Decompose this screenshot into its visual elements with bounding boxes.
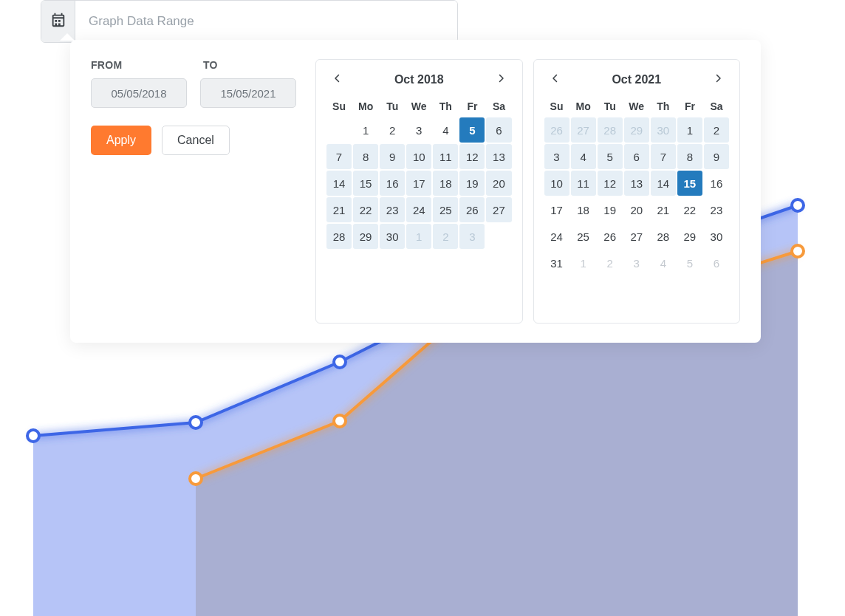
calendar-day[interactable]: 9	[380, 144, 405, 169]
svg-point-6	[190, 473, 202, 485]
calendar-dow: Th	[433, 97, 458, 116]
calendar-day[interactable]: 1	[677, 117, 702, 143]
arrow-right-icon	[711, 72, 725, 88]
calendar-day[interactable]: 31	[544, 250, 569, 276]
calendar-day[interactable]: 4	[651, 250, 676, 276]
apply-button[interactable]: Apply	[91, 126, 151, 155]
calendar-day[interactable]: 17	[406, 171, 431, 196]
calendar-day[interactable]: 5	[677, 250, 702, 276]
calendar-day[interactable]: 4	[571, 144, 596, 169]
calendar-day[interactable]: 9	[704, 144, 729, 169]
calendar-day[interactable]: 17	[544, 197, 569, 222]
calendar-day[interactable]: 24	[544, 224, 569, 249]
calendar-day[interactable]: 27	[624, 224, 649, 249]
date-range-panel: FROM TO 05/05/2018 15/05/2021 Apply Canc…	[70, 40, 761, 343]
calendar-day[interactable]: 21	[651, 197, 676, 222]
calendar-dow: Mo	[571, 97, 596, 116]
calendar-day[interactable]: 3	[624, 250, 649, 276]
calendar-day[interactable]: 19	[459, 171, 485, 196]
calendar-dow: Sa	[486, 97, 511, 116]
date-range-input-bar[interactable]	[41, 0, 458, 43]
calendar-day[interactable]: 2	[704, 117, 729, 143]
calendar-to: Oct 2021SuMoTuWeThFrSa262728293012345678…	[533, 59, 741, 324]
calendar-day[interactable]: 25	[571, 224, 596, 249]
calendar-day[interactable]: 13	[486, 144, 511, 169]
calendar-day[interactable]: 23	[380, 197, 405, 222]
calendar-day[interactable]: 26	[544, 117, 569, 143]
calendar-day[interactable]: 22	[677, 197, 702, 222]
calendar-day[interactable]: 10	[406, 144, 431, 169]
calendar-day[interactable]: 12	[598, 171, 623, 196]
calendar-day[interactable]: 2	[598, 250, 623, 276]
calendar-day[interactable]: 29	[624, 117, 649, 143]
calendar-day[interactable]: 4	[433, 117, 458, 143]
calendar-day[interactable]: 18	[571, 197, 596, 222]
calendar-day[interactable]: 1	[353, 117, 378, 143]
calendar-day[interactable]: 3	[459, 224, 485, 249]
calendar-day[interactable]: 27	[571, 117, 596, 143]
calendar-day[interactable]: 11	[571, 171, 596, 196]
calendar-day[interactable]: 28	[651, 224, 676, 249]
calendar-day[interactable]: 19	[598, 197, 623, 222]
from-date-field[interactable]: 05/05/2018	[91, 78, 187, 108]
calendar-day[interactable]: 2	[433, 224, 458, 249]
calendar-day[interactable]: 2	[380, 117, 405, 143]
calendar-day[interactable]: 5	[459, 117, 485, 143]
calendar-day[interactable]: 15	[353, 171, 378, 196]
calendar-day[interactable]: 29	[353, 224, 378, 249]
calendar-dow: Th	[651, 97, 676, 116]
calendar-day[interactable]: 30	[380, 224, 405, 249]
calendar-day[interactable]: 12	[459, 144, 485, 169]
calendar-day[interactable]: 5	[598, 144, 623, 169]
calendar-icon	[50, 12, 66, 31]
calendar-day[interactable]: 6	[486, 117, 511, 143]
calendar-day[interactable]: 26	[598, 224, 623, 249]
calendar-day[interactable]: 8	[353, 144, 378, 169]
calendar-day[interactable]: 1	[571, 250, 596, 276]
date-range-input[interactable]	[75, 1, 457, 42]
calendar-day[interactable]: 27	[486, 197, 511, 222]
calendar-day[interactable]: 13	[624, 171, 649, 196]
calendar-day[interactable]: 30	[651, 117, 676, 143]
calendar-day[interactable]: 7	[651, 144, 676, 169]
calendar-day[interactable]: 18	[433, 171, 458, 196]
calendar-day[interactable]: 15	[677, 171, 702, 196]
calendar-day[interactable]: 16	[380, 171, 405, 196]
to-label: TO	[203, 59, 298, 71]
calendar-day[interactable]: 10	[544, 171, 569, 196]
calendar-dow: Tu	[380, 97, 405, 116]
calendar-day[interactable]: 30	[704, 224, 729, 249]
calendar-dow: Sa	[704, 97, 729, 116]
calendar-next-button[interactable]	[491, 70, 510, 89]
calendar-day[interactable]: 25	[433, 197, 458, 222]
calendar-day[interactable]: 3	[544, 144, 569, 169]
calendar-day[interactable]: 26	[459, 197, 485, 222]
calendar-day[interactable]: 1	[406, 224, 431, 249]
calendar-day[interactable]: 7	[326, 144, 352, 169]
calendar-day[interactable]: 16	[704, 171, 729, 196]
calendar-from: Oct 2018SuMoTuWeThFrSa123456789101112131…	[315, 59, 523, 324]
calendar-day[interactable]: 29	[677, 224, 702, 249]
calendar-day[interactable]: 23	[704, 197, 729, 222]
calendar-prev-button[interactable]	[328, 70, 347, 89]
calendar-day[interactable]: 6	[704, 250, 729, 276]
calendar-day[interactable]: 8	[677, 144, 702, 169]
calendar-day[interactable]: 28	[326, 224, 352, 249]
calendar-day[interactable]: 24	[406, 197, 431, 222]
calendar-next-button[interactable]	[708, 70, 728, 89]
calendar-day[interactable]: 28	[598, 117, 623, 143]
calendar-day[interactable]: 6	[624, 144, 649, 169]
calendar-day[interactable]: 3	[406, 117, 431, 143]
calendar-prev-button[interactable]	[546, 70, 565, 89]
calendar-day[interactable]: 14	[651, 171, 676, 196]
calendar-day[interactable]: 21	[326, 197, 352, 222]
calendar-day[interactable]: 20	[624, 197, 649, 222]
svg-point-0	[27, 430, 39, 442]
calendar-day[interactable]: 22	[353, 197, 378, 222]
cancel-button[interactable]: Cancel	[162, 126, 230, 155]
from-label: FROM	[91, 59, 185, 71]
calendar-day[interactable]: 20	[486, 171, 511, 196]
calendar-day[interactable]: 14	[326, 171, 352, 196]
calendar-day[interactable]: 11	[433, 144, 458, 169]
to-date-field[interactable]: 15/05/2021	[200, 78, 296, 108]
